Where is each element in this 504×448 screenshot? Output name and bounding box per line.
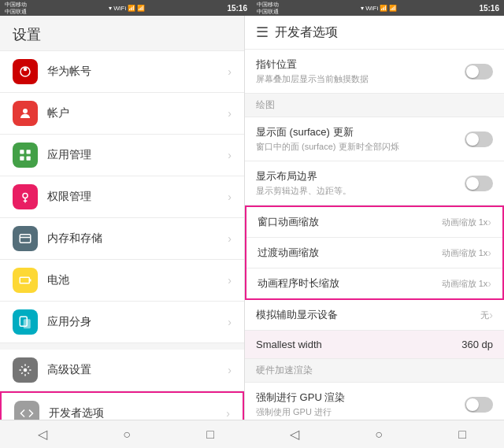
- right-time: 15:16: [479, 4, 499, 13]
- item-label-huawei: 华为帐号: [47, 65, 228, 79]
- svg-point-1: [24, 68, 28, 72]
- force-gpu-item[interactable]: 强制进行 GPU 渲染 强制使用 GPU 进行: [245, 383, 504, 420]
- item-label-battery: 电池: [47, 273, 228, 287]
- window-animation-item[interactable]: 窗口动画缩放 动画缩放 1x ›: [246, 207, 502, 238]
- home-button-left[interactable]: ○: [113, 424, 140, 445]
- svg-rect-3: [20, 150, 24, 154]
- surface-update-item[interactable]: 显示面 (surface) 更新 窗口中的面 (surface) 更新时全部闪烁: [245, 117, 504, 161]
- settings-item-account[interactable]: 帐户 ›: [0, 93, 244, 135]
- window-animation-arrow: ›: [487, 216, 491, 228]
- force-gpu-title: 强制进行 GPU 渲染: [256, 391, 465, 405]
- right-carrier: 中国移动中国联通: [257, 1, 279, 15]
- window-animation-value: 动画缩放 1x: [442, 217, 488, 228]
- section-gpu-label: 硬件加速渲染: [256, 364, 313, 377]
- svg-rect-11: [20, 277, 29, 283]
- settings-item-huawei[interactable]: 华为帐号 ›: [0, 50, 244, 93]
- svg-point-7: [23, 194, 28, 198]
- svg-rect-9: [20, 235, 31, 243]
- huawei-icon: [13, 59, 38, 84]
- settings-item-apps[interactable]: 应用管理 ›: [0, 135, 244, 176]
- pointer-location-subtitle: 屏幕叠加层显示当前触摸数据: [256, 73, 465, 85]
- transition-animation-value: 动画缩放 1x: [442, 247, 488, 259]
- settings-item-permissions[interactable]: 权限管理 ›: [0, 176, 244, 218]
- svg-rect-6: [27, 157, 31, 161]
- left-carrier: 中国移动中国联通: [5, 1, 27, 15]
- settings-item-battery[interactable]: 电池 ›: [0, 260, 244, 302]
- layout-bounds-item[interactable]: 显示布局边界 显示剪辑边界、边距等。: [245, 161, 504, 205]
- pointer-location-toggle[interactable]: [465, 64, 493, 80]
- pointer-location-title: 指针位置: [256, 57, 465, 72]
- back-button-left[interactable]: ◁: [28, 424, 57, 445]
- account-icon: [13, 101, 38, 126]
- item-label-developer: 开发者选项: [49, 406, 226, 420]
- svg-point-15: [24, 368, 28, 372]
- animator-duration-item[interactable]: 动画程序时长缩放 动画缩放 1x ›: [246, 268, 502, 298]
- settings-title: 设置: [13, 25, 232, 44]
- smallest-width-value: 360 dp: [461, 339, 493, 350]
- settings-item-storage[interactable]: 内存和存储 ›: [0, 218, 244, 260]
- item-label-account: 帐户: [47, 106, 228, 120]
- left-nav-bar: ◁ ○ □: [0, 420, 252, 448]
- animator-duration-value: 动画缩放 1x: [442, 278, 488, 290]
- svg-rect-4: [27, 150, 31, 154]
- recents-button-left[interactable]: □: [197, 424, 224, 445]
- item-label-storage: 内存和存储: [47, 231, 228, 246]
- section-drawing: 绘图: [245, 94, 504, 117]
- layout-bounds-toggle[interactable]: [465, 176, 493, 191]
- storage-icon: [13, 226, 38, 251]
- settings-header: 设置: [0, 16, 244, 50]
- pointer-location-item[interactable]: 指针位置 屏幕叠加层显示当前触摸数据: [245, 50, 504, 94]
- simulate-display-arrow: ›: [489, 309, 493, 321]
- transition-animation-item[interactable]: 过渡动画缩放 动画缩放 1x ›: [246, 238, 502, 268]
- svg-rect-5: [20, 157, 24, 161]
- section-gpu: 硬件加速渲染: [245, 359, 504, 383]
- simulate-display-item[interactable]: 模拟辅助显示设备 无 ›: [245, 300, 504, 331]
- permissions-icon: [13, 184, 38, 209]
- item-label-permissions: 权限管理: [47, 190, 228, 204]
- settings-item-clone[interactable]: 应用分身 ›: [0, 302, 244, 343]
- developer-icon: [14, 401, 39, 420]
- developer-options-panel: ☰ 开发者选项 指针位置 屏幕叠加层显示当前触摸数据 绘图 显示面 (surfa…: [244, 16, 504, 420]
- svg-point-2: [23, 109, 28, 113]
- advanced-icon: [13, 357, 38, 383]
- animator-duration-arrow: ›: [487, 277, 491, 290]
- settings-item-advanced[interactable]: 高级设置 ›: [0, 350, 244, 391]
- right-status-icons: ▾WiFi📶📶: [361, 5, 397, 12]
- section-drawing-label: 绘图: [256, 98, 275, 112]
- layout-bounds-title: 显示布局边界: [256, 169, 465, 183]
- right-status-bar: 中国移动中国联通 ▾WiFi📶📶 15:16: [252, 0, 504, 16]
- list-divider: [0, 343, 244, 350]
- item-label-clone: 应用分身: [47, 315, 228, 329]
- surface-update-toggle[interactable]: [465, 131, 493, 147]
- force-gpu-toggle[interactable]: [465, 397, 493, 413]
- left-status-bar: 中国移动中国联通 ▾WiFi📶📶 15:16: [0, 0, 252, 16]
- animation-group: 窗口动画缩放 动画缩放 1x › 过渡动画缩放 动画缩放 1x ›: [245, 205, 504, 300]
- developer-options-list: 指针位置 屏幕叠加层显示当前触摸数据 绘图 显示面 (surface) 更新 窗…: [245, 50, 504, 420]
- back-button-right[interactable]: ◁: [280, 424, 309, 445]
- animator-duration-title: 动画程序时长缩放: [258, 276, 442, 291]
- simulate-display-title: 模拟辅助显示设备: [256, 308, 480, 322]
- force-gpu-subtitle: 强制使用 GPU 进行: [256, 406, 465, 418]
- smallest-width-title: Smallest width: [256, 339, 461, 350]
- developer-options-title: 开发者选项: [275, 24, 338, 41]
- left-status-icons: ▾WiFi📶📶: [109, 5, 145, 12]
- item-label-apps: 应用管理: [47, 148, 228, 162]
- svg-rect-8: [24, 201, 28, 202]
- settings-list: 华为帐号 › 帐户 › 应用管理 › 权: [0, 50, 244, 420]
- surface-update-title: 显示面 (surface) 更新: [256, 125, 465, 139]
- transition-animation-arrow: ›: [487, 246, 491, 259]
- simulate-display-value: 无: [480, 309, 489, 321]
- smallest-width-item[interactable]: Smallest width 360 dp: [245, 331, 504, 359]
- window-animation-title: 窗口动画缩放: [258, 215, 442, 229]
- settings-item-developer[interactable]: 开发者选项 ›: [0, 391, 244, 420]
- recents-button-right[interactable]: □: [449, 424, 476, 445]
- svg-rect-14: [24, 319, 31, 328]
- surface-update-subtitle: 窗口中的面 (surface) 更新时全部闪烁: [256, 141, 465, 153]
- item-label-advanced: 高级设置: [47, 363, 228, 377]
- settings-panel: 设置 华为帐号 › 帐户 › 应用管理: [0, 16, 244, 420]
- home-button-right[interactable]: ○: [365, 424, 392, 445]
- layout-bounds-subtitle: 显示剪辑边界、边距等。: [256, 185, 465, 197]
- apps-icon: [13, 143, 38, 168]
- menu-icon: ☰: [256, 24, 269, 41]
- battery-icon: [13, 268, 38, 293]
